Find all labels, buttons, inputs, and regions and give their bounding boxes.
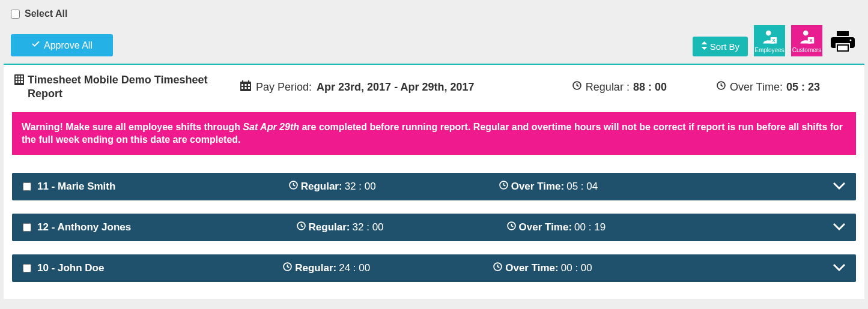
printer-icon [831, 30, 855, 55]
chevron-down-icon [833, 181, 845, 191]
employee-checkbox[interactable] [23, 264, 31, 272]
check-icon [31, 40, 40, 51]
clock-icon [506, 221, 517, 234]
warning-text-emphasis: Sat Apr 29th [243, 122, 299, 132]
svg-rect-23 [240, 82, 251, 91]
approve-all-button[interactable]: Approve All [11, 34, 113, 56]
select-all-checkbox[interactable] [11, 10, 20, 19]
svg-rect-29 [248, 87, 250, 89]
clock-icon [296, 221, 306, 234]
report-title-text: Timesheet Mobile Demo Timesheet Report [28, 73, 231, 101]
svg-marker-0 [701, 41, 707, 44]
regular-value: 24 : 00 [339, 262, 370, 274]
svg-rect-26 [248, 84, 250, 86]
regular-value: 32 : 00 [353, 221, 384, 233]
overtime-value: 00 : 19 [574, 221, 605, 233]
summary-regular-label: Regular : [586, 81, 630, 94]
sort-by-button[interactable]: Sort By [693, 37, 748, 56]
approve-all-label: Approve All [44, 40, 93, 51]
svg-text:X: X [772, 37, 775, 43]
sort-by-label: Sort By [710, 41, 739, 52]
select-all-row: Select All [11, 8, 857, 19]
warning-text-prefix: Warning! Make sure all employee shifts t… [22, 122, 243, 132]
svg-rect-18 [19, 79, 20, 80]
pay-period-value: Apr 23rd, 2017 - Apr 29th, 2017 [317, 81, 474, 94]
regular-value: 32 : 00 [345, 181, 376, 193]
employee-checkbox[interactable] [23, 182, 31, 191]
warning-banner: Warning! Make sure all employee shifts t… [12, 112, 856, 155]
svg-rect-31 [248, 80, 249, 83]
overtime-value: 05 : 04 [566, 181, 598, 193]
svg-rect-14 [16, 76, 17, 77]
clock-icon [493, 262, 503, 275]
svg-rect-25 [245, 84, 247, 86]
overtime-value: 00 : 00 [561, 262, 592, 274]
svg-rect-11 [838, 46, 848, 50]
employee-checkbox[interactable] [23, 223, 31, 232]
print-button[interactable] [828, 28, 857, 56]
sort-icon [701, 41, 708, 52]
person-excel-icon: X [798, 29, 815, 47]
person-excel-icon: X [761, 29, 778, 47]
overtime-label: Over Time: [505, 262, 559, 274]
employee-row[interactable]: 10 - John Doe Regular: 24 : 00 Over Time… [12, 254, 856, 282]
svg-rect-27 [241, 87, 243, 89]
clock-icon [288, 180, 299, 193]
regular-label: Regular: [295, 262, 336, 274]
employee-name: 10 - John Doe [37, 262, 104, 274]
expand-toggle[interactable] [833, 263, 845, 273]
pay-period: Pay Period:Apr 23rd, 2017 - Apr 29th, 20… [240, 80, 475, 94]
calendar-icon [240, 80, 251, 94]
clock-icon [499, 180, 509, 193]
clock-icon [572, 80, 582, 94]
svg-rect-8 [837, 31, 849, 36]
regular-label: Regular: [301, 181, 342, 193]
expand-toggle[interactable] [833, 181, 845, 191]
summary-regular-value: 88 : 00 [633, 81, 667, 94]
employee-row[interactable]: 11 - Marie Smith Regular: 32 : 00 Over T… [12, 173, 856, 200]
svg-text:X: X [809, 37, 813, 43]
export-employees-label: Employees [754, 47, 784, 53]
svg-rect-19 [21, 79, 23, 80]
report-title: Timesheet Mobile Demo Timesheet Report [14, 73, 231, 101]
summary-overtime-value: 05 : 23 [786, 81, 820, 94]
export-customers-label: Customers [792, 47, 821, 53]
employee-name: 12 - Anthony Jones [37, 221, 131, 233]
chevron-down-icon [833, 263, 845, 273]
svg-rect-17 [16, 79, 17, 80]
svg-point-12 [850, 39, 852, 41]
svg-rect-15 [19, 76, 20, 77]
overtime-label: Over Time: [511, 181, 565, 193]
clock-icon [282, 262, 293, 275]
svg-rect-16 [21, 76, 23, 77]
summary-overtime-label: Over Time: [730, 81, 783, 94]
export-employees-button[interactable]: X Employees [754, 25, 785, 56]
svg-rect-28 [245, 87, 247, 89]
export-customers-button[interactable]: X Customers [791, 25, 822, 56]
svg-point-2 [766, 30, 771, 35]
svg-rect-21 [19, 81, 20, 83]
overtime-label: Over Time: [519, 221, 572, 233]
clock-icon [716, 80, 726, 94]
regular-label: Regular: [309, 221, 350, 233]
select-all-label[interactable]: Select All [25, 8, 67, 19]
employee-name: 11 - Marie Smith [37, 181, 115, 193]
employee-row[interactable]: 12 - Anthony Jones Regular: 32 : 00 Over… [12, 214, 856, 241]
svg-rect-30 [242, 80, 243, 83]
svg-marker-1 [701, 47, 707, 50]
summary-regular: Regular : 88 : 00 [572, 80, 667, 94]
svg-rect-22 [21, 81, 23, 83]
expand-toggle[interactable] [833, 222, 845, 232]
report-panel: Timesheet Mobile Demo Timesheet Report P… [4, 64, 864, 299]
svg-point-5 [803, 30, 809, 35]
summary-overtime: Over Time: 05 : 23 [716, 80, 820, 94]
svg-rect-24 [241, 84, 243, 86]
svg-rect-20 [16, 81, 17, 83]
pay-period-label: Pay Period: [256, 81, 312, 94]
chevron-down-icon [833, 222, 845, 232]
